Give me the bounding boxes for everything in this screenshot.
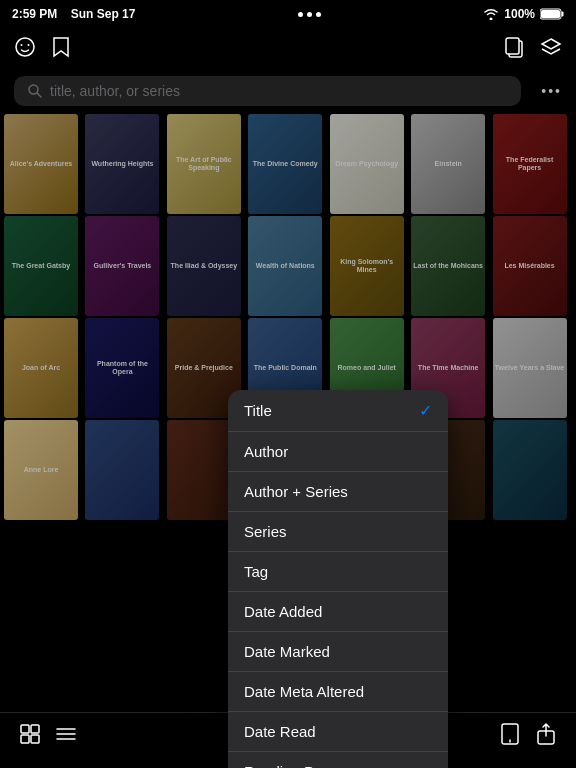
svg-rect-1: [562, 12, 564, 17]
sort-option-label: Tag: [244, 563, 268, 580]
svg-rect-10: [21, 725, 29, 733]
sort-option-label: Date Read: [244, 723, 316, 740]
svg-point-4: [21, 44, 23, 46]
battery-percentage: 100%: [504, 7, 535, 21]
bottom-left: [20, 724, 76, 749]
list-view-button[interactable]: [56, 724, 76, 749]
sort-option-label: Title: [244, 402, 272, 419]
bottom-right: [500, 723, 556, 750]
sort-option-label: Date Marked: [244, 643, 330, 660]
status-right: 100%: [483, 7, 564, 21]
sort-option-date-marked[interactable]: Date Marked: [228, 632, 448, 672]
toolbar-right: [504, 36, 562, 63]
sort-option-series[interactable]: Series: [228, 512, 448, 552]
copy-icon[interactable]: [504, 36, 524, 63]
sort-option-date-read[interactable]: Date Read: [228, 712, 448, 752]
sort-option-label: Author: [244, 443, 288, 460]
status-center: [298, 12, 321, 17]
wifi-icon: [483, 8, 499, 20]
sort-dropdown: Title✓AuthorAuthor + SeriesSeriesTagDate…: [228, 390, 448, 768]
sort-option-author-series[interactable]: Author + Series: [228, 472, 448, 512]
sort-option-label: Reading Progress: [244, 763, 364, 768]
status-bar: 2:59 PM Sun Sep 17 100%: [0, 0, 576, 28]
dot3: [316, 12, 321, 17]
sort-option-reading-progress[interactable]: Reading Progress: [228, 752, 448, 768]
top-toolbar: [0, 28, 576, 70]
sort-option-tag[interactable]: Tag: [228, 552, 448, 592]
dot2: [307, 12, 312, 17]
svg-rect-11: [31, 725, 39, 733]
layers-icon[interactable]: [540, 37, 562, 62]
svg-rect-12: [21, 735, 29, 743]
sort-option-label: Series: [244, 523, 287, 540]
sort-option-author[interactable]: Author: [228, 432, 448, 472]
bookmark-icon[interactable]: [52, 36, 70, 63]
sort-option-label: Date Meta Altered: [244, 683, 364, 700]
sort-option-label: Date Added: [244, 603, 322, 620]
grid-view-button[interactable]: [20, 724, 40, 749]
svg-rect-7: [506, 38, 519, 54]
dot1: [298, 12, 303, 17]
svg-rect-2: [541, 10, 560, 18]
svg-point-3: [16, 38, 34, 56]
svg-point-5: [28, 44, 30, 46]
toolbar-left: [14, 36, 70, 63]
status-time: 2:59 PM Sun Sep 17: [12, 7, 135, 21]
sort-option-title[interactable]: Title✓: [228, 390, 448, 432]
sort-option-date-added[interactable]: Date Added: [228, 592, 448, 632]
sort-checkmark: ✓: [419, 401, 432, 420]
share-icon[interactable]: [536, 723, 556, 750]
sort-option-date-meta-altered[interactable]: Date Meta Altered: [228, 672, 448, 712]
svg-rect-13: [31, 735, 39, 743]
battery-icon: [540, 8, 564, 20]
tablet-icon[interactable]: [500, 723, 520, 750]
smiley-icon[interactable]: [14, 36, 36, 63]
sort-option-label: Author + Series: [244, 483, 348, 500]
